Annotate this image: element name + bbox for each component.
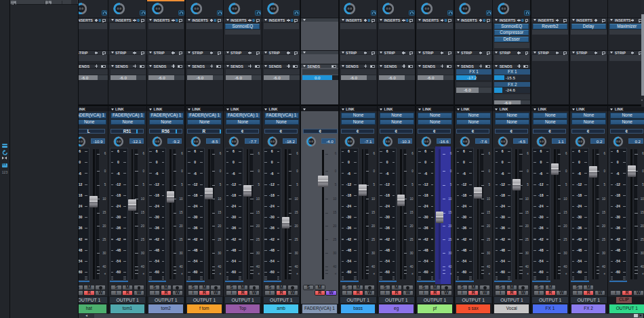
svg-text:0.0: 0.0 xyxy=(462,140,467,143)
svg-text:0.0: 0.0 xyxy=(78,140,83,143)
svg-text:0.0: 0.0 xyxy=(347,140,352,143)
svg-text:0.0: 0.0 xyxy=(156,7,161,10)
svg-text:0.0: 0.0 xyxy=(232,140,237,143)
svg-text:0.0: 0.0 xyxy=(79,7,83,10)
svg-text:0.0: 0.0 xyxy=(155,140,160,143)
svg-text:0.0: 0.0 xyxy=(540,140,544,143)
svg-text:0.0: 0.0 xyxy=(616,140,621,143)
svg-text:0.0: 0.0 xyxy=(424,7,429,10)
svg-text:0.0: 0.0 xyxy=(501,140,506,143)
svg-text:0.0: 0.0 xyxy=(271,7,276,10)
svg-text:0.0: 0.0 xyxy=(463,7,468,10)
svg-text:0.0: 0.0 xyxy=(270,140,275,143)
svg-text:0.0: 0.0 xyxy=(386,7,391,10)
svg-text:0.0: 0.0 xyxy=(424,140,429,143)
svg-text:0.0: 0.0 xyxy=(309,140,314,143)
svg-text:0.0: 0.0 xyxy=(386,140,390,143)
svg-text:0.0: 0.0 xyxy=(233,7,237,10)
svg-text:0.0: 0.0 xyxy=(502,7,506,10)
svg-text:0.0: 0.0 xyxy=(578,140,582,143)
svg-text:0.0: 0.0 xyxy=(117,140,121,143)
svg-text:0.0: 0.0 xyxy=(348,7,353,10)
svg-text:0.0: 0.0 xyxy=(194,7,199,10)
svg-text:0.0: 0.0 xyxy=(193,140,198,143)
svg-text:0.0: 0.0 xyxy=(117,7,122,10)
